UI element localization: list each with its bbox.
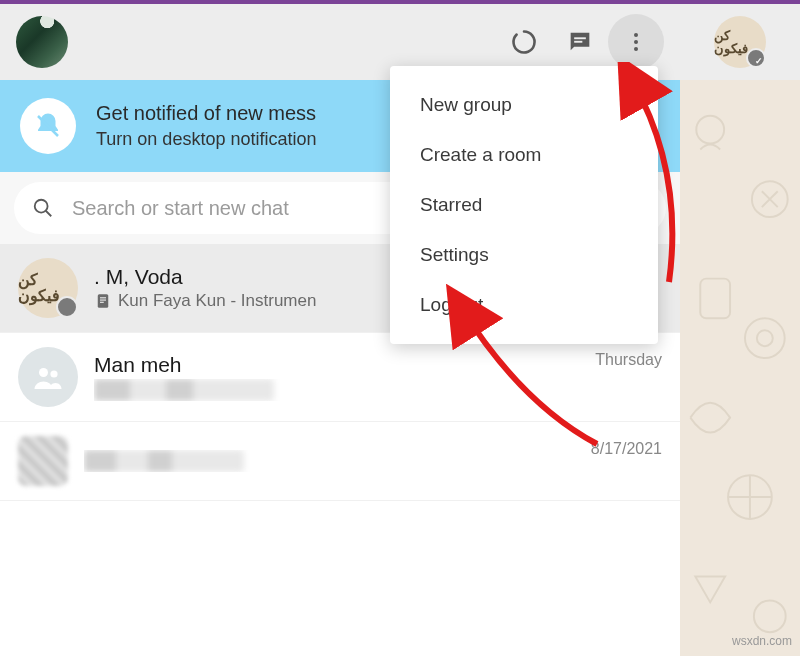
notification-title: Get notified of new mess	[96, 102, 316, 125]
chat-avatar	[18, 436, 68, 486]
svg-rect-10	[100, 300, 106, 301]
chat-time: Thursday	[595, 351, 662, 369]
side-profile-avatar[interactable]: كن فيكون ✓	[714, 16, 766, 68]
search-icon	[32, 197, 54, 219]
svg-line-7	[46, 211, 52, 217]
menu-starred[interactable]: Starred	[390, 180, 658, 230]
chat-avatar: كن فيكون	[18, 258, 78, 318]
notification-subtitle: Turn on desktop notification	[96, 129, 316, 150]
svg-rect-11	[100, 302, 104, 303]
menu-button[interactable]	[608, 14, 664, 70]
menu-logout[interactable]: Log out	[390, 280, 658, 330]
chat-preview	[84, 450, 575, 472]
chat-preview	[94, 379, 579, 401]
svg-point-3	[634, 40, 638, 44]
svg-point-4	[634, 47, 638, 51]
svg-point-16	[696, 116, 724, 144]
svg-rect-0	[574, 37, 586, 39]
background-doodle	[680, 80, 800, 656]
svg-rect-1	[574, 41, 582, 43]
status-icon[interactable]	[496, 14, 552, 70]
svg-rect-8	[98, 294, 109, 308]
chat-avatar	[18, 347, 78, 407]
side-panel: كن فيكون ✓	[680, 4, 800, 656]
profile-avatar[interactable]	[16, 16, 68, 68]
chat-time: 8/17/2021	[591, 440, 662, 458]
svg-point-2	[634, 33, 638, 37]
menu-new-group[interactable]: New group	[390, 80, 658, 130]
options-menu: New group Create a room Starred Settings…	[390, 66, 658, 344]
chat-name: Man meh	[94, 353, 579, 377]
menu-settings[interactable]: Settings	[390, 230, 658, 280]
svg-point-12	[39, 368, 48, 377]
svg-point-22	[754, 600, 786, 632]
bell-icon	[20, 98, 76, 154]
menu-create-room[interactable]: Create a room	[390, 130, 658, 180]
svg-point-6	[35, 200, 48, 213]
svg-point-13	[50, 370, 57, 377]
svg-point-19	[745, 318, 785, 358]
document-icon	[94, 292, 112, 310]
watermark: wsxdn.com	[732, 634, 792, 648]
chat-item[interactable]: 8/17/2021	[0, 422, 680, 501]
new-chat-icon[interactable]	[552, 14, 608, 70]
svg-rect-9	[100, 297, 106, 298]
svg-rect-18	[700, 279, 730, 319]
chat-item[interactable]: Man meh Thursday	[0, 333, 680, 422]
svg-point-20	[757, 330, 773, 346]
